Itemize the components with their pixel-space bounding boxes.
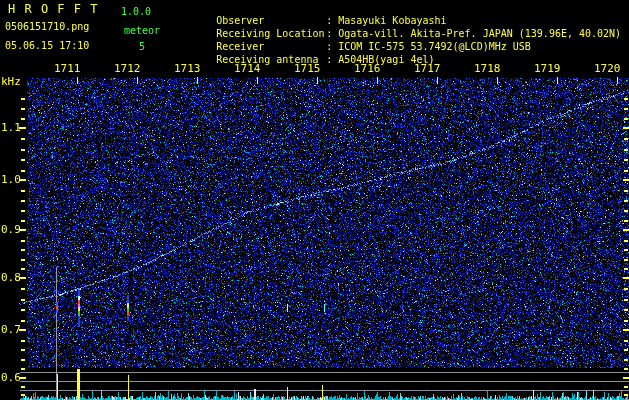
output-filename: 0506151710.png (5, 21, 89, 32)
app-title: H R O F F T (8, 4, 98, 15)
time-label-1719: 1719 (534, 63, 560, 74)
time-label-1712: 1712 (114, 63, 140, 74)
freq-label-0.6: 0.6 (1, 372, 21, 383)
mode-label: meteor (124, 25, 160, 36)
time-label-1714: 1714 (234, 63, 260, 74)
time-label-1717: 1717 (414, 63, 440, 74)
freq-axis-unit: kHz (1, 76, 21, 87)
time-label-1713: 1713 (174, 63, 200, 74)
freq-label-0.8: 0.8 (1, 272, 21, 283)
freq-label-0.7: 0.7 (1, 324, 21, 335)
time-label-1715: 1715 (294, 63, 320, 74)
time-label-1711: 1711 (54, 63, 80, 74)
hrofft-screen: H R O F F T 1.0.0 0506151710.png meteor … (0, 0, 629, 400)
time-label-1718: 1718 (474, 63, 500, 74)
time-label-1716: 1716 (354, 63, 380, 74)
info-sep: : (326, 54, 338, 65)
meteor-count: 5 (139, 41, 145, 52)
start-datetime: 05.06.15 17:10 (5, 40, 89, 51)
freq-label-0.9: 0.9 (1, 224, 21, 235)
time-label-1720: 1720 (594, 63, 620, 74)
freq-label-1.0: 1.0 (1, 174, 21, 185)
app-version: 1.0.0 (121, 6, 151, 17)
freq-label-1.1: 1.1 (1, 122, 21, 133)
